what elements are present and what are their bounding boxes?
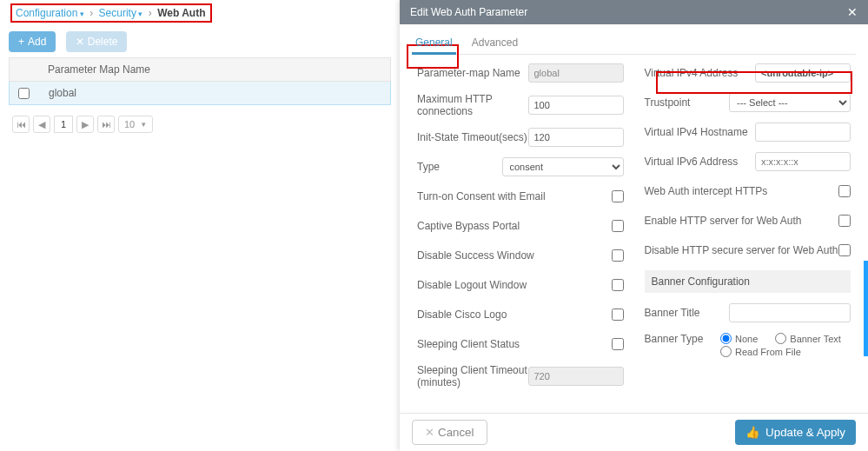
pager-size-select[interactable]: 10▼ — [118, 116, 153, 133]
pager-first[interactable]: ⏮ — [12, 116, 30, 133]
x-icon: ✕ — [76, 36, 84, 48]
disable-logo-checkbox[interactable] — [612, 308, 624, 321]
type-select[interactable]: consent — [502, 157, 624, 176]
label: Parameter-map Name — [417, 67, 528, 79]
close-icon[interactable]: ✕ — [847, 5, 858, 19]
label: Sleeping Client Timeout (minutes) — [417, 364, 528, 388]
label: Maximum HTTP connections — [417, 93, 528, 117]
crumb-security[interactable]: Security — [99, 7, 143, 19]
pager-last[interactable]: ⏭ — [97, 116, 115, 133]
pager-page: 1 — [54, 116, 73, 133]
crumb-current: Web Auth — [157, 7, 205, 19]
label: Disable Cisco Logo — [417, 308, 612, 321]
x-icon: ✕ — [425, 426, 434, 439]
disable-success-checkbox[interactable] — [612, 249, 624, 262]
banner-type-none[interactable]: None — [720, 333, 758, 344]
label: Type — [417, 161, 502, 173]
label: Turn-on Consent with Email — [417, 190, 612, 202]
banner-type-file[interactable]: Read From File — [720, 346, 801, 357]
delete-button[interactable]: ✕Delete — [66, 31, 128, 52]
thumbs-up-icon: 👍 — [745, 426, 760, 439]
sleeping-timeout-field — [528, 367, 624, 386]
label: Banner Title — [645, 307, 730, 319]
disable-logout-checkbox[interactable] — [612, 279, 624, 291]
crumb-sep: › — [89, 7, 93, 19]
cancel-button[interactable]: ✕Cancel — [412, 420, 487, 445]
label: Disable Success Window — [417, 249, 612, 262]
edit-panel: Edit Web Auth Parameter ✕ General Advanc… — [400, 0, 868, 451]
label: Virtual IPv4 Hostname — [645, 126, 756, 138]
pager-prev[interactable]: ◀ — [33, 116, 50, 133]
label: Banner Type — [645, 333, 721, 345]
pager-next[interactable]: ▶ — [76, 116, 94, 133]
disable-https-checkbox[interactable] — [838, 244, 851, 256]
label: Web Auth intercept HTTPs — [645, 185, 839, 197]
tab-general[interactable]: General — [412, 31, 456, 54]
plus-icon: + — [18, 36, 24, 48]
sleeping-client-checkbox[interactable] — [612, 338, 624, 350]
label: Trustpoint — [645, 96, 730, 109]
crumb-sep: › — [149, 7, 152, 19]
banner-type-text[interactable]: Banner Text — [775, 333, 841, 344]
label: Enable HTTP server for Web Auth — [645, 215, 839, 227]
virtual-ipv4-hostname-field[interactable] — [755, 123, 851, 142]
tab-advanced[interactable]: Advanced — [468, 31, 521, 54]
init-state-field[interactable] — [528, 128, 624, 147]
label: Captive Bypass Portal — [417, 220, 612, 232]
banner-section-header: Banner Configuration — [645, 270, 851, 293]
turn-consent-checkbox[interactable] — [612, 190, 624, 202]
crumb-configuration[interactable]: Configuration — [16, 7, 84, 19]
pager: ⏮ ◀ 1 ▶ ⏭ 10▼ — [9, 112, 391, 136]
label: Virtual IPv4 Address — [645, 67, 756, 79]
captive-bypass-checkbox[interactable] — [612, 220, 624, 232]
max-http-field[interactable] — [528, 96, 624, 115]
label: Disable HTTP secure server for Web Auth — [645, 244, 839, 256]
banner-title-field[interactable] — [729, 303, 851, 322]
trustpoint-select[interactable]: --- Select --- — [729, 93, 851, 112]
label: Init-State Timeout(secs) — [417, 131, 528, 143]
label: Virtual IPv6 Address — [645, 156, 756, 168]
grid-header[interactable]: Parameter Map Name — [9, 57, 391, 82]
virtual-ipv4-field[interactable] — [755, 63, 851, 83]
intercept-https-checkbox[interactable] — [838, 185, 851, 197]
add-button[interactable]: +Add — [9, 31, 56, 52]
label: Sleeping Client Status — [417, 338, 612, 350]
panel-title: Edit Web Auth Parameter — [410, 6, 527, 18]
row-checkbox[interactable] — [18, 88, 30, 99]
chevron-down-icon: ▼ — [140, 121, 147, 129]
virtual-ipv6-field[interactable] — [755, 152, 851, 171]
row-name: global — [49, 87, 76, 99]
scrollbar[interactable] — [864, 261, 868, 356]
update-apply-button[interactable]: 👍Update & Apply — [735, 420, 856, 445]
table-row[interactable]: global — [9, 82, 391, 105]
breadcrumb: Configuration › Security › Web Auth — [10, 3, 212, 23]
enable-http-checkbox[interactable] — [838, 215, 851, 227]
parameter-map-name-field — [528, 63, 624, 83]
label: Disable Logout Window — [417, 279, 612, 291]
